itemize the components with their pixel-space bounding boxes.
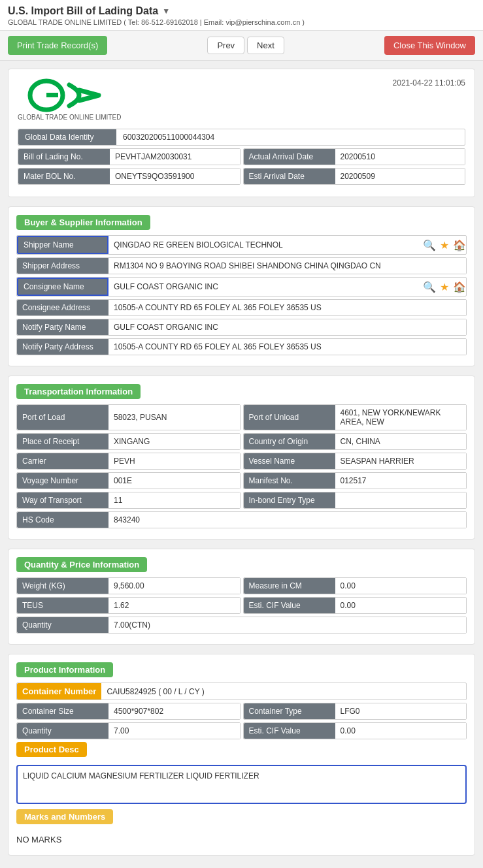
way-of-transport-value: 11 [108, 492, 240, 508]
record-card: GLOBAL TRADE ONLINE LIMITED 2021-04-22 1… [8, 69, 475, 197]
close-window-button[interactable]: Close This Window [384, 36, 475, 55]
actual-arrival-date-value: 20200510 [335, 149, 465, 165]
esti-arrival-date-value: 20200509 [335, 169, 465, 184]
esti-cif-value: 0.00 [335, 598, 467, 613]
mater-bol-field: Mater BOL No. ONEYTS9QO3591900 [18, 168, 241, 185]
carrier-vessel-row: Carrier PEVH Vessel Name SEASPAN HARRIER [16, 453, 467, 470]
product-desc-value: LIQUID CALCIUM MAGNESIUM FERTILIZER LIQU… [16, 765, 467, 804]
record-header: GLOBAL TRADE ONLINE LIMITED 2021-04-22 1… [18, 78, 465, 121]
nav-group: Prev Next [207, 37, 284, 54]
manifest-no-value: 012517 [335, 473, 467, 489]
print-button[interactable]: Print Trade Record(s) [8, 36, 107, 55]
carrier-label: Carrier [17, 453, 108, 469]
shipper-search-icon[interactable]: 🔍 [423, 239, 436, 251]
container-size-value: 4500*907*802 [108, 703, 240, 719]
esti-cif-field: Esti. CIF Value 0.00 [243, 597, 467, 614]
marks-numbers-value: NO MARKS [16, 832, 467, 847]
weight-label: Weight (KG) [17, 578, 108, 594]
weight-value: 9,560.00 [108, 578, 240, 594]
esti-arrival-date-field: Esti Arrival Date 20200509 [243, 168, 466, 185]
container-type-value: LFG0 [335, 703, 467, 719]
shipper-home-icon[interactable]: 🏠 [453, 239, 466, 251]
transport-inbond-row: Way of Transport 11 In-bond Entry Type [16, 492, 467, 509]
hs-code-row: HS Code 843240 [16, 511, 467, 528]
carrier-field: Carrier PEVH [16, 453, 241, 470]
consignee-name-label: Consignee Name [17, 278, 108, 296]
consignee-star-icon[interactable]: ★ [440, 281, 449, 293]
page-title: U.S. Import Bill of Lading Data ▼ [8, 5, 475, 17]
consignee-search-icon[interactable]: 🔍 [423, 281, 436, 293]
inbond-entry-type-label: In-bond Entry Type [244, 492, 335, 508]
teus-cif-row: TEUS 1.62 Esti. CIF Value 0.00 [16, 597, 467, 614]
port-of-unload-label: Port of Unload [244, 405, 335, 430]
quantity-row: Quantity 7.00(CTN) [16, 617, 467, 634]
consignee-address-label: Consignee Address [17, 300, 108, 315]
product-quantity-value: 7.00 [108, 723, 240, 739]
port-of-load-label: Port of Load [17, 405, 108, 430]
shipper-icons: 🔍 ★ 🏠 [423, 239, 466, 251]
transportation-section: Transportation Information Port of Load … [8, 376, 475, 539]
manifest-no-field: Manifest No. 012517 [243, 472, 467, 489]
logo-text: GLOBAL TRADE ONLINE LIMITED [18, 114, 121, 121]
dropdown-arrow-icon[interactable]: ▼ [162, 7, 170, 16]
quantity-value: 7.00(CTN) [108, 617, 466, 633]
container-number-label: Container Number [17, 683, 101, 699]
container-number-row: Container Number CAIU5824925 ( 00 / L / … [16, 683, 467, 700]
inbond-entry-type-field: In-bond Entry Type [243, 492, 467, 509]
esti-arrival-date-label: Esti Arrival Date [244, 169, 335, 184]
prev-button[interactable]: Prev [207, 37, 244, 54]
container-size-type-row: Container Size 4500*907*802 Container Ty… [16, 703, 467, 720]
marks-numbers-wrapper: Marks and Numbers [16, 809, 467, 828]
product-quantity-label: Quantity [17, 723, 108, 739]
port-of-load-field: Port of Load 58023, PUSAN [16, 404, 241, 430]
product-quantity-field: Quantity 7.00 [16, 722, 241, 739]
consignee-icons: 🔍 ★ 🏠 [423, 281, 466, 293]
shipper-address-row: Shipper Address RM1304 NO 9 BAOYING ROAD… [16, 257, 467, 274]
global-data-identity-value: 600320200511000044304 [116, 129, 465, 145]
place-of-receipt-value: XINGANG [108, 434, 240, 449]
weight-measure-row: Weight (KG) 9,560.00 Measure in CM 0.00 [16, 577, 467, 594]
shipper-star-icon[interactable]: ★ [440, 239, 449, 251]
teus-field: TEUS 1.62 [16, 597, 241, 614]
bill-of-lading-value: PEVHTJAM20030031 [110, 149, 240, 165]
company-info: GLOBAL TRADE ONLINE LIMITED ( Tel: 86-51… [8, 18, 475, 26]
next-button[interactable]: Next [247, 37, 284, 54]
product-esti-cif-label: Esti. CIF Value [244, 723, 335, 739]
vessel-name-label: Vessel Name [244, 453, 335, 469]
marks-numbers-header: Marks and Numbers [16, 809, 113, 824]
content-area: GLOBAL TRADE ONLINE LIMITED 2021-04-22 1… [0, 61, 483, 868]
hs-code-label: HS Code [17, 512, 108, 528]
buyer-supplier-header: Buyer & Supplier Information [16, 215, 150, 230]
quantity-price-header: Quantity & Price Information [16, 557, 147, 572]
actual-arrival-date-label: Actual Arrival Date [244, 149, 335, 165]
product-desc-wrapper: Product Desc LIQUID CALCIUM MAGNESIUM FE… [16, 742, 467, 804]
timestamp: 2021-04-22 11:01:05 [393, 78, 465, 88]
port-row: Port of Load 58023, PUSAN Port of Unload… [16, 404, 467, 430]
manifest-no-label: Manifest No. [244, 473, 335, 489]
vessel-name-value: SEASPAN HARRIER [335, 453, 467, 469]
container-type-field: Container Type LFG0 [243, 703, 467, 720]
page-header: U.S. Import Bill of Lading Data ▼ GLOBAL… [0, 0, 483, 31]
esti-cif-label: Esti. CIF Value [244, 598, 335, 613]
notify-party-address-row: Notify Party Address 10505-A COUNTY RD 6… [16, 338, 467, 355]
measure-in-cm-label: Measure in CM [244, 578, 335, 594]
consignee-address-row: Consignee Address 10505-A COUNTY RD 65 F… [16, 299, 467, 316]
mater-bol-value: ONEYTS9QO3591900 [110, 169, 240, 184]
notify-party-address-value: 10505-A COUNTY RD 65 FOLEY AL 365 FOLEY … [108, 339, 466, 355]
notify-party-address-label: Notify Party Address [17, 339, 108, 355]
measure-in-cm-field: Measure in CM 0.00 [243, 577, 467, 594]
product-esti-cif-field: Esti. CIF Value 0.00 [243, 722, 467, 739]
global-data-identity-row: Global Data Identity 6003202005110000443… [18, 129, 465, 146]
actual-arrival-date-field: Actual Arrival Date 20200510 [243, 148, 466, 165]
global-data-identity-label: Global Data Identity [18, 129, 116, 145]
consignee-home-icon[interactable]: 🏠 [453, 281, 466, 293]
container-size-field: Container Size 4500*907*802 [16, 703, 241, 720]
shipper-address-label: Shipper Address [17, 258, 108, 274]
svg-rect-1 [46, 93, 58, 97]
hs-code-value: 843240 [108, 512, 466, 528]
country-of-origin-field: Country of Origin CN, CHINA [243, 433, 467, 450]
consignee-address-value: 10505-A COUNTY RD 65 FOLEY AL 365 FOLEY … [108, 300, 466, 315]
notify-party-name-value: GULF COAST ORGANIC INC [108, 319, 466, 335]
receipt-origin-row: Place of Receipt XINGANG Country of Orig… [16, 433, 467, 450]
port-of-load-value: 58023, PUSAN [108, 405, 240, 430]
